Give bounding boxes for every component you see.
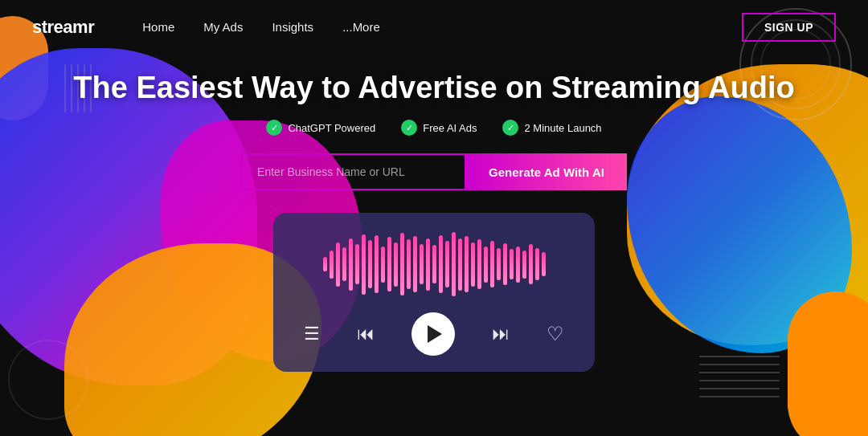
nav-link-insights[interactable]: Insights [272, 20, 313, 34]
hero-title: The Easiest Way to Advertise on Streamin… [73, 71, 794, 105]
nav-link-more[interactable]: ...More [342, 20, 380, 34]
nav-item-home[interactable]: Home [142, 20, 174, 35]
waveform-bar [445, 241, 449, 287]
badge-free-ai: ✓ Free AI Ads [401, 120, 477, 136]
heart-icon: ♡ [547, 323, 564, 345]
waveform-bar [458, 238, 462, 291]
business-input[interactable] [241, 153, 466, 190]
waveform-bar [522, 251, 526, 279]
waveform-bar [330, 251, 334, 279]
waveform-bar [439, 235, 443, 293]
nav-item-more[interactable]: ...More [342, 20, 380, 35]
badge-free-ai-label: Free AI Ads [423, 122, 477, 134]
waveform-bar [516, 247, 520, 283]
nav-right: SIGN UP [742, 13, 836, 42]
logo: streamr [32, 17, 94, 38]
nav-item-myads[interactable]: My Ads [203, 20, 243, 35]
waveform-bar [465, 236, 469, 292]
menu-icon: ☰ [304, 324, 320, 344]
badge-launch: ✓ 2 Minute Launch [502, 120, 601, 136]
waveform-bar [407, 239, 411, 289]
waveform-bar [368, 240, 372, 288]
check-icon-chatgpt: ✓ [266, 120, 282, 136]
waveform-bar [471, 242, 475, 287]
waveform-bar [529, 244, 533, 284]
next-button[interactable]: ⏭ [492, 324, 510, 344]
waveform-bar [484, 247, 488, 283]
waveform-bar [426, 238, 430, 291]
prev-button[interactable]: ⏮ [357, 324, 375, 344]
hero-badges: ✓ ChatGPT Powered ✓ Free AI Ads ✓ 2 Minu… [266, 120, 601, 136]
waveform-bar [535, 248, 539, 280]
next-icon: ⏭ [492, 324, 510, 344]
waveform-bar [381, 247, 385, 283]
waveform-bar [510, 249, 514, 279]
waveform-bar [355, 244, 359, 284]
waveform-bar [342, 247, 346, 281]
play-button[interactable] [411, 312, 455, 356]
waveform-bar [362, 234, 366, 295]
play-icon [428, 325, 442, 343]
generate-ad-button[interactable]: Generate Ad With AI [466, 153, 627, 190]
waveform-bar [490, 241, 494, 287]
favorite-button[interactable]: ♡ [547, 323, 564, 345]
signup-button[interactable]: SIGN UP [742, 13, 836, 42]
player-card: ☰ ⏮ ⏭ ♡ [273, 213, 595, 372]
nav-links: Home My Ads Insights ...More [142, 20, 380, 35]
waveform-bar [420, 244, 424, 284]
waveform-bar [497, 248, 501, 280]
waveform-bar [477, 239, 481, 289]
nav-item-insights[interactable]: Insights [272, 20, 313, 35]
waveform [296, 232, 572, 296]
waveform-bar [542, 252, 546, 276]
hero-section: The Easiest Way to Advertise on Streamin… [0, 55, 868, 372]
check-icon-free-ai: ✓ [401, 120, 417, 136]
waveform-bar [503, 243, 507, 285]
check-icon-launch: ✓ [502, 120, 518, 136]
waveform-bar [323, 257, 327, 271]
badge-chatgpt: ✓ ChatGPT Powered [266, 120, 375, 136]
waveform-bar [452, 232, 456, 296]
waveform-bar [375, 235, 379, 293]
badge-launch-label: 2 Minute Launch [524, 122, 601, 134]
nav-link-myads[interactable]: My Ads [203, 20, 243, 34]
input-row: Generate Ad With AI [241, 153, 627, 190]
waveform-bar [400, 233, 404, 295]
waveform-bar [336, 242, 340, 287]
navbar: streamr Home My Ads Insights ...More SIG… [0, 0, 868, 55]
waveform-bar [432, 245, 436, 283]
badge-chatgpt-label: ChatGPT Powered [288, 122, 375, 134]
waveform-bar [413, 236, 417, 292]
player-controls: ☰ ⏮ ⏭ ♡ [296, 312, 572, 356]
prev-icon: ⏮ [357, 324, 375, 344]
waveform-bar [349, 238, 353, 291]
waveform-bar [394, 242, 398, 287]
menu-button[interactable]: ☰ [304, 324, 320, 344]
nav-link-home[interactable]: Home [142, 20, 174, 34]
waveform-bar [387, 237, 391, 291]
